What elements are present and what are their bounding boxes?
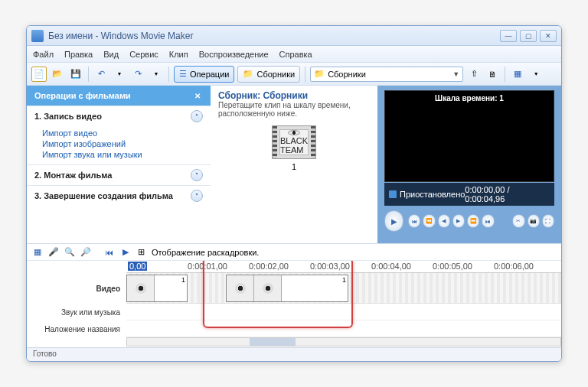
folder-icon: 📁 xyxy=(314,69,325,79)
link-import-audio[interactable]: Импорт звука или музыки xyxy=(42,149,203,160)
timeline-toolbar: ▦ 🎤 🔍 🔎 ⏮ ▶ ⊞ Отображение раскадровки. xyxy=(27,244,561,261)
timeline-clip[interactable]: 1 xyxy=(126,275,188,302)
storyboard-icon[interactable]: ▦ xyxy=(31,246,43,258)
scrollbar-thumb[interactable] xyxy=(250,338,296,346)
menu-service[interactable]: Сервис xyxy=(129,50,158,59)
audio-track[interactable] xyxy=(126,304,561,320)
step-back-button[interactable]: ◀ xyxy=(438,214,450,228)
tasks-icon: ☰ xyxy=(179,69,187,79)
clip-thumbnail[interactable]: BLACK TEAM xyxy=(272,125,316,159)
menu-view[interactable]: Вид xyxy=(103,50,119,59)
tasks-header: Операции с фильмами ✕ xyxy=(27,86,211,106)
track-label-video: Видео xyxy=(27,273,120,304)
rewind-timeline-icon[interactable]: ⏮ xyxy=(103,246,115,258)
step-fwd-button[interactable]: ▶ xyxy=(452,214,465,228)
undo-dropdown-icon[interactable]: ▼ xyxy=(112,67,127,82)
play-timeline-icon[interactable]: ▶ xyxy=(119,246,131,258)
title-track[interactable] xyxy=(126,320,561,337)
menu-playback[interactable]: Воспроизведение xyxy=(199,50,269,59)
track-label-title: Наложение названия xyxy=(27,320,120,337)
fullscreen-button[interactable]: ⛶ xyxy=(542,214,554,228)
redo-icon[interactable]: ↷ xyxy=(130,67,145,82)
preview-time: 0:00:00,00 / 0:00:04,96 xyxy=(465,185,550,203)
titlebar[interactable]: Без имени - Windows Movie Maker — ▢ ✕ xyxy=(27,26,561,46)
timeline-view-label: Отображение раскадровки. xyxy=(152,248,259,257)
collections-button[interactable]: 📁 Сборники xyxy=(237,66,300,83)
menu-help[interactable]: Справка xyxy=(279,50,312,59)
preview-pane: Шкала времени: 1 Приостановлено 0:00:00,… xyxy=(377,86,561,243)
view-dropdown-icon[interactable]: ▼ xyxy=(528,67,544,82)
play-button[interactable]: ▶ xyxy=(384,210,403,232)
timeline-pane: ▦ 🎤 🔍 🔎 ⏮ ▶ ⊞ Отображение раскадровки. В… xyxy=(27,244,561,347)
zoom-out-icon[interactable]: 🔎 xyxy=(80,246,91,258)
menubar: Файл Правка Вид Сервис Клип Воспроизведе… xyxy=(27,46,561,63)
preview-screen[interactable]: Шкала времени: 1 xyxy=(384,90,554,182)
operations-button[interactable]: ☰ Операции xyxy=(174,66,234,83)
save-icon[interactable]: 💾 xyxy=(68,67,83,82)
link-import-video[interactable]: Импорт видео xyxy=(42,128,203,138)
timeline-ruler[interactable]: 0,00 0:00:01,00 0:00:02,00 0:00:03,00 0:… xyxy=(126,261,561,273)
statusbar: Готово xyxy=(27,347,561,361)
snapshot-button[interactable]: 📷 xyxy=(528,214,540,228)
section-finish[interactable]: 3. Завершение создания фильма ˅ xyxy=(27,186,211,206)
show-storyboard-icon[interactable]: ⊞ xyxy=(136,246,147,258)
pause-icon xyxy=(389,190,397,198)
menu-file[interactable]: Файл xyxy=(33,50,54,59)
window-title: Без имени - Windows Movie Maker xyxy=(48,31,500,41)
zoom-in-icon[interactable]: 🔍 xyxy=(64,246,75,258)
folders-icon: 📁 xyxy=(243,69,253,79)
tasks-pane: Операции с фильмами ✕ 1. Запись видео ˄ … xyxy=(27,86,211,243)
section-capture[interactable]: 1. Запись видео ˄ xyxy=(27,106,211,126)
view-icon[interactable]: ▦ xyxy=(510,67,525,82)
undo-icon[interactable]: ↶ xyxy=(93,67,109,82)
toolbar: 📄 📂 💾 ↶ ▼ ↷ ▼ ☰ Операции 📁 Сборники 📁 Сб… xyxy=(27,63,561,86)
collection-dropdown[interactable]: 📁 Сборники ▼ xyxy=(310,67,463,82)
chevron-down-icon: ▼ xyxy=(452,70,459,78)
section-edit[interactable]: 2. Монтаж фильма ˅ xyxy=(27,165,211,185)
collection-pane: Сборник: Сборники Перетащите клип на шка… xyxy=(211,86,377,243)
horizontal-scrollbar[interactable] xyxy=(126,337,561,346)
forward-button[interactable]: ⏩ xyxy=(467,214,479,228)
track-label-audio: Звук или музыка xyxy=(27,304,120,320)
up-icon[interactable]: ⇧ xyxy=(466,67,482,82)
rewind-button[interactable]: ⏪ xyxy=(423,214,435,228)
preview-status-bar: Приостановлено 0:00:00,00 / 0:00:04,96 xyxy=(384,183,554,206)
chevron-down-icon[interactable]: ˅ xyxy=(191,190,203,202)
menu-edit[interactable]: Правка xyxy=(64,50,93,59)
redo-dropdown-icon[interactable]: ▼ xyxy=(149,67,164,82)
split-button[interactable]: ✂ xyxy=(512,214,524,228)
forward-end-button[interactable]: ⏭ xyxy=(482,214,494,228)
clip-label: 1 xyxy=(292,162,296,171)
collection-title: Сборник: Сборники xyxy=(218,90,370,101)
minimize-button[interactable]: — xyxy=(500,30,517,42)
menu-clip[interactable]: Клип xyxy=(169,50,188,59)
tasks-close-icon[interactable]: ✕ xyxy=(192,90,203,101)
app-window: Без имени - Windows Movie Maker — ▢ ✕ Фа… xyxy=(26,25,562,362)
app-icon xyxy=(31,30,44,42)
close-button[interactable]: ✕ xyxy=(540,30,557,42)
maximize-button[interactable]: ▢ xyxy=(520,30,537,42)
chevron-up-icon[interactable]: ˄ xyxy=(191,110,203,122)
open-icon[interactable]: 📂 xyxy=(50,67,65,82)
chevron-down-icon[interactable]: ˅ xyxy=(191,169,203,181)
collection-subtitle: Перетащите клип на шкалу времени, распол… xyxy=(218,101,370,118)
link-import-images[interactable]: Импорт изображений xyxy=(42,138,203,149)
preview-title: Шкала времени: 1 xyxy=(385,94,554,102)
track-area[interactable]: 0,00 0:00:01,00 0:00:02,00 0:00:03,00 0:… xyxy=(126,261,561,347)
rewind-start-button[interactable]: ⏮ xyxy=(408,214,420,228)
timeline-clip[interactable]: 1 xyxy=(226,275,348,302)
properties-icon[interactable]: 🗎 xyxy=(485,67,500,82)
video-track[interactable]: 1 1 xyxy=(126,273,561,304)
new-icon[interactable]: 📄 xyxy=(31,67,47,82)
narrate-icon[interactable]: 🎤 xyxy=(47,246,59,258)
